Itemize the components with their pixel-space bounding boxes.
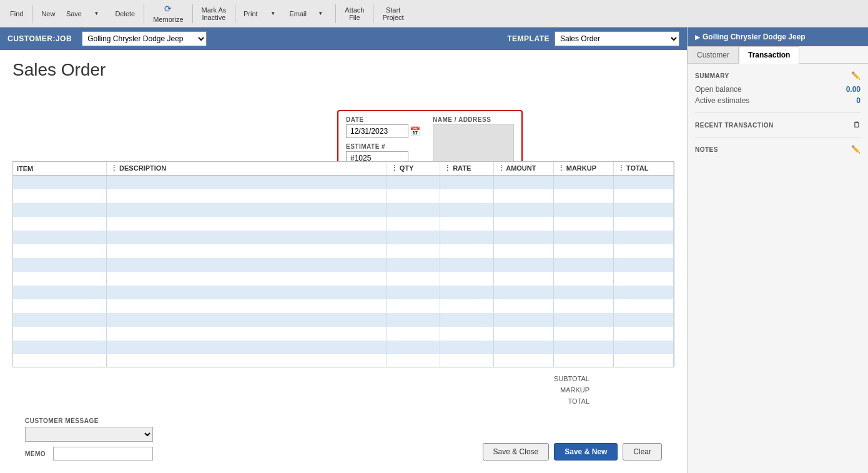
table-cell[interactable] xyxy=(13,354,107,368)
table-cell[interactable] xyxy=(107,299,387,313)
table-cell[interactable] xyxy=(107,217,387,231)
table-cell[interactable] xyxy=(107,176,387,189)
tab-customer[interactable]: Customer xyxy=(688,46,739,64)
table-row[interactable] xyxy=(13,231,674,244)
table-cell[interactable] xyxy=(613,258,673,272)
table-cell[interactable] xyxy=(613,299,673,313)
table-cell[interactable] xyxy=(440,189,493,203)
table-row[interactable] xyxy=(13,354,674,368)
attach-file-button[interactable]: Attach File xyxy=(340,5,369,22)
table-cell[interactable] xyxy=(107,189,387,203)
table-cell[interactable] xyxy=(553,313,613,327)
table-cell[interactable] xyxy=(553,176,613,189)
table-cell[interactable] xyxy=(440,231,493,244)
table-row[interactable] xyxy=(13,341,674,354)
save-new-button[interactable]: Save & New xyxy=(554,443,618,461)
mark-inactive-button[interactable]: Mark As Inactive xyxy=(197,5,232,22)
customer-message-select[interactable] xyxy=(25,427,153,442)
table-cell[interactable] xyxy=(13,286,107,299)
table-row[interactable] xyxy=(13,244,674,258)
table-cell[interactable] xyxy=(440,354,493,368)
table-row[interactable] xyxy=(13,258,674,272)
table-cell[interactable] xyxy=(613,327,673,341)
table-row[interactable] xyxy=(13,176,674,189)
email-dropdown[interactable]: ▼ xyxy=(309,9,332,17)
table-cell[interactable] xyxy=(440,313,493,327)
table-cell[interactable] xyxy=(493,327,553,341)
table-cell[interactable] xyxy=(613,231,673,244)
table-cell[interactable] xyxy=(553,341,613,354)
table-row[interactable] xyxy=(13,272,674,286)
table-cell[interactable] xyxy=(107,327,387,341)
save-button[interactable]: Save xyxy=(62,9,85,19)
table-cell[interactable] xyxy=(553,272,613,286)
customer-job-select[interactable]: Golling Chrysler Dodge Jeep xyxy=(82,31,207,46)
table-cell[interactable] xyxy=(493,244,553,258)
save-close-button[interactable]: Save & Close xyxy=(483,443,550,461)
table-cell[interactable] xyxy=(613,244,673,258)
table-cell[interactable] xyxy=(13,217,107,231)
recent-transaction-icon[interactable]: 🗒 xyxy=(853,121,861,129)
table-cell[interactable] xyxy=(387,176,440,189)
table-cell[interactable] xyxy=(613,354,673,368)
start-project-button[interactable]: Start Project xyxy=(377,5,408,22)
table-cell[interactable] xyxy=(387,272,440,286)
table-row[interactable] xyxy=(13,327,674,341)
table-cell[interactable] xyxy=(440,299,493,313)
table-cell[interactable] xyxy=(387,341,440,354)
table-cell[interactable] xyxy=(440,341,493,354)
table-cell[interactable] xyxy=(107,258,387,272)
table-row[interactable] xyxy=(13,203,674,217)
table-cell[interactable] xyxy=(107,354,387,368)
table-cell[interactable] xyxy=(493,286,553,299)
memorize-button[interactable]: ⟳ Memorize xyxy=(148,2,188,24)
table-cell[interactable] xyxy=(613,189,673,203)
table-cell[interactable] xyxy=(440,286,493,299)
table-cell[interactable] xyxy=(493,231,553,244)
table-cell[interactable] xyxy=(387,313,440,327)
table-cell[interactable] xyxy=(107,286,387,299)
table-cell[interactable] xyxy=(107,313,387,327)
calendar-icon[interactable]: 📅 xyxy=(410,126,420,136)
table-cell[interactable] xyxy=(107,244,387,258)
table-cell[interactable] xyxy=(440,203,493,217)
table-cell[interactable] xyxy=(553,286,613,299)
table-row[interactable] xyxy=(13,286,674,299)
table-cell[interactable] xyxy=(387,203,440,217)
email-button[interactable]: Email xyxy=(287,9,309,19)
table-cell[interactable] xyxy=(493,176,553,189)
table-cell[interactable] xyxy=(553,354,613,368)
table-cell[interactable] xyxy=(493,258,553,272)
table-cell[interactable] xyxy=(13,244,107,258)
table-cell[interactable] xyxy=(493,217,553,231)
memo-input[interactable] xyxy=(53,447,153,461)
template-select[interactable]: Sales Order xyxy=(555,31,679,46)
table-cell[interactable] xyxy=(387,327,440,341)
table-cell[interactable] xyxy=(13,258,107,272)
table-cell[interactable] xyxy=(13,176,107,189)
table-cell[interactable] xyxy=(387,354,440,368)
table-cell[interactable] xyxy=(107,203,387,217)
table-cell[interactable] xyxy=(613,286,673,299)
save-dropdown[interactable]: ▼ xyxy=(85,9,107,17)
print-button[interactable]: Print xyxy=(239,9,262,19)
table-cell[interactable] xyxy=(13,189,107,203)
line-items-scroll[interactable]: ITEM ⋮ DESCRIPTION ⋮ QTY ⋮ RATE ⋮ AMOUNT… xyxy=(12,161,674,367)
table-cell[interactable] xyxy=(440,327,493,341)
table-cell[interactable] xyxy=(440,272,493,286)
table-cell[interactable] xyxy=(613,203,673,217)
table-cell[interactable] xyxy=(387,244,440,258)
table-cell[interactable] xyxy=(13,231,107,244)
table-cell[interactable] xyxy=(13,327,107,341)
table-row[interactable] xyxy=(13,299,674,313)
table-cell[interactable] xyxy=(493,341,553,354)
table-cell[interactable] xyxy=(13,272,107,286)
table-cell[interactable] xyxy=(613,341,673,354)
table-cell[interactable] xyxy=(440,217,493,231)
table-cell[interactable] xyxy=(553,258,613,272)
table-cell[interactable] xyxy=(613,313,673,327)
table-cell[interactable] xyxy=(553,244,613,258)
table-cell[interactable] xyxy=(493,203,553,217)
table-cell[interactable] xyxy=(613,217,673,231)
new-button[interactable]: New xyxy=(36,9,60,19)
